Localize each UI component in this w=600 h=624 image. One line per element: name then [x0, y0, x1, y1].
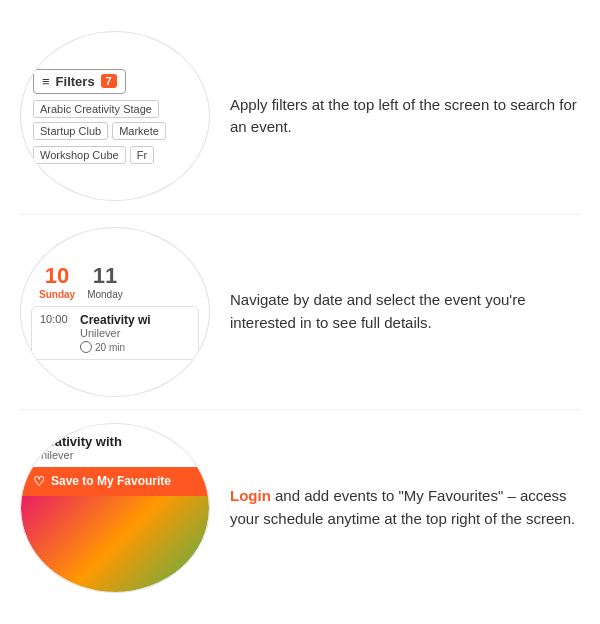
date-tab-monday[interactable]: 11 Monday — [87, 263, 123, 300]
duration-text: 20 min — [95, 342, 125, 353]
save-label: Save to My Favourite — [51, 474, 171, 488]
divider-1 — [20, 214, 580, 215]
filters-description: Apply filters at the top left of the scr… — [210, 94, 580, 139]
divider-2 — [20, 409, 580, 410]
filters-mockup: ≡ Filters 7 Arabic Creativity Stage Star… — [20, 31, 210, 201]
fav-event-org: Unilever — [33, 449, 197, 461]
filter-tag-startup[interactable]: Startup Club — [33, 122, 108, 140]
calendar-mockup: 10 Sunday 11 Monday 10:00 Creativity wi … — [20, 227, 210, 397]
page-container: ≡ Filters 7 Arabic Creativity Stage Star… — [0, 0, 600, 624]
filters-row: ≡ Filters 7 Arabic Creativity Stage Star… — [0, 21, 600, 211]
login-link[interactable]: Login — [230, 487, 271, 504]
filters-badge: 7 — [101, 74, 117, 88]
event-card[interactable]: 10:00 Creativity wi Unilever 20 min — [31, 306, 199, 360]
event-time: 10:00 — [40, 313, 72, 325]
fav-card-top: Creativity with Unilever — [21, 424, 209, 467]
date-day-sunday: Sunday — [39, 289, 75, 300]
filters-button[interactable]: ≡ Filters 7 — [33, 69, 126, 94]
heart-icon: ♡ — [33, 474, 45, 489]
fav-event-title: Creativity with — [33, 434, 197, 449]
calendar-row: 10 Sunday 11 Monday 10:00 Creativity wi … — [0, 217, 600, 407]
favourites-description: Login and add events to "My Favourites" … — [210, 485, 580, 530]
filters-label: Filters — [56, 74, 95, 89]
favourites-description-rest: and add events to "My Favourites" – acce… — [230, 487, 575, 527]
date-number-10: 10 — [45, 263, 69, 289]
date-tab-sunday[interactable]: 10 Sunday — [39, 263, 75, 300]
favourites-mockup: Creativity with Unilever ♡ Save to My Fa… — [20, 423, 210, 593]
filter-tag-fr[interactable]: Fr — [130, 146, 154, 164]
event-title: Creativity wi — [80, 313, 190, 327]
calendar-description: Navigate by date and select the event yo… — [210, 289, 580, 334]
filter-tag-arabic[interactable]: Arabic Creativity Stage — [33, 100, 159, 118]
filter-tag-markete[interactable]: Markete — [112, 122, 166, 140]
clock-icon — [80, 341, 92, 353]
event-org: Unilever — [80, 327, 190, 339]
date-day-monday: Monday — [87, 289, 123, 300]
fav-card: Creativity with Unilever ♡ Save to My Fa… — [21, 424, 209, 592]
filter-tags-row2: Workshop Cube Fr — [33, 146, 154, 164]
filter-tags-container: Arabic Creativity Stage Startup Club Mar… — [33, 100, 197, 140]
event-duration: 20 min — [80, 341, 190, 353]
favourites-row: Creativity with Unilever ♡ Save to My Fa… — [0, 413, 600, 603]
date-number-11: 11 — [93, 263, 117, 289]
filters-icon: ≡ — [42, 74, 50, 89]
fav-event-image — [21, 496, 209, 592]
save-to-favourites-button[interactable]: ♡ Save to My Favourite — [21, 467, 209, 496]
event-details: Creativity wi Unilever 20 min — [80, 313, 190, 353]
date-tabs: 10 Sunday 11 Monday — [31, 263, 199, 300]
filter-tag-workshop[interactable]: Workshop Cube — [33, 146, 126, 164]
